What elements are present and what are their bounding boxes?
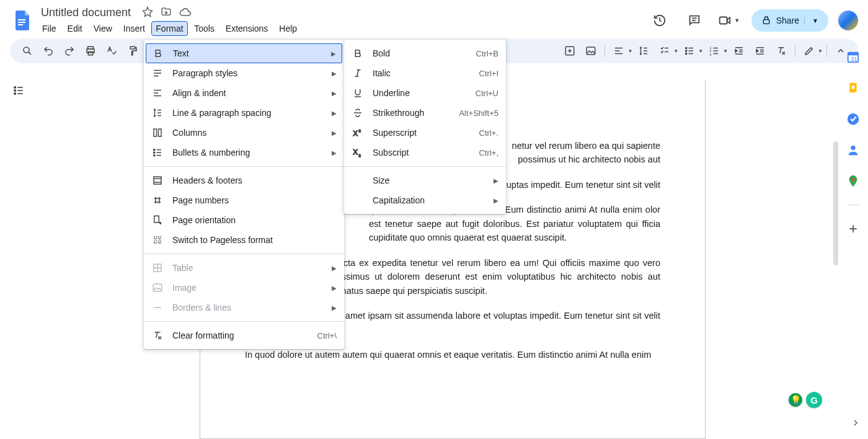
borders-icon	[151, 301, 164, 314]
decrease-indent-icon[interactable]	[729, 41, 749, 61]
format-item-clear-formatting[interactable]: Clear formattingCtrl+\	[144, 326, 344, 345]
svg-text:3: 3	[710, 53, 712, 56]
menu-item-label: Switch to Pageless format	[172, 235, 337, 245]
text-item-italic[interactable]: ItalicCtrl+I	[344, 63, 506, 83]
submenu-arrow-icon: ▶	[332, 90, 337, 97]
menu-item-label: Strikethrough	[373, 108, 459, 118]
svg-rect-70	[159, 129, 162, 136]
account-avatar[interactable]	[838, 11, 858, 30]
format-item-image: Image▶	[144, 278, 344, 298]
format-item-switch-to-pageless-format[interactable]: Switch to Pageless format	[144, 230, 344, 250]
comments-icon[interactable]	[682, 8, 707, 33]
clear-format-icon[interactable]	[771, 41, 791, 61]
calendar-app-icon[interactable]: 31	[846, 50, 861, 64]
paint-format-icon[interactable]	[123, 41, 143, 61]
editing-mode-icon[interactable]	[799, 41, 819, 61]
docs-logo-icon[interactable]	[10, 8, 35, 33]
format-item-borders-lines: Borders & lines▶	[144, 298, 344, 317]
bullets-icon	[151, 146, 164, 159]
text-item-size[interactable]: Size▶	[344, 171, 506, 190]
svg-rect-84	[154, 216, 159, 223]
menu-format[interactable]: Format	[151, 21, 188, 36]
redo-icon[interactable]	[60, 41, 79, 61]
format-item-page-orientation[interactable]: Page orientation	[144, 210, 344, 230]
menu-shortcut: Alt+Shift+5	[459, 109, 498, 118]
tasks-app-icon[interactable]	[846, 112, 861, 126]
svg-rect-0	[18, 19, 25, 20]
menu-extensions[interactable]: Extensions	[221, 21, 273, 36]
menu-edit[interactable]: Edit	[63, 21, 87, 36]
increase-indent-icon[interactable]	[750, 41, 770, 61]
paragraph-icon	[151, 67, 164, 79]
share-caret-icon[interactable]: ▼	[804, 17, 818, 24]
format-item-text[interactable]: Text▶	[146, 43, 342, 63]
svg-point-48	[14, 93, 16, 95]
menu-shortcut: Ctrl+,	[479, 148, 498, 157]
menu-item-label: Columns	[172, 128, 327, 138]
menu-file[interactable]: File	[37, 21, 61, 36]
submenu-arrow-icon: ▶	[332, 130, 337, 136]
format-item-page-numbers[interactable]: Page numbers	[144, 190, 344, 210]
share-button[interactable]: Share ▼	[751, 9, 828, 32]
text-item-strikethrough[interactable]: StrikethroughAlt+Shift+5	[344, 103, 506, 123]
insert-link-icon[interactable]	[581, 41, 601, 61]
contacts-app-icon[interactable]	[846, 143, 861, 157]
text-item-bold[interactable]: BoldCtrl+B	[344, 43, 506, 63]
paragraph[interactable]: netur vel rerum libero ea qui sapiente p…	[505, 139, 660, 167]
move-icon[interactable]	[161, 6, 172, 19]
print-icon[interactable]	[81, 41, 100, 61]
format-item-columns[interactable]: Columns▶	[144, 123, 344, 143]
image-icon	[151, 282, 164, 294]
format-item-bullets-numbering[interactable]: Bullets & numbering▶	[144, 143, 344, 162]
menubar: File Edit View Insert Format Tools Exten…	[37, 21, 647, 36]
cloud-status-icon[interactable]	[179, 6, 192, 19]
spellcheck-icon[interactable]	[102, 41, 122, 61]
text-item-subscript[interactable]: X2SubscriptCtrl+,	[344, 143, 506, 162]
star-icon[interactable]	[142, 6, 153, 19]
menu-item-label: Bold	[373, 48, 476, 58]
explore-icon[interactable]: 💡	[789, 393, 802, 407]
show-outline-icon[interactable]	[9, 81, 29, 100]
strike-icon	[352, 107, 364, 119]
menu-item-label: Size	[373, 175, 489, 185]
svg-point-25	[686, 50, 687, 51]
scrollbar-thumb[interactable]	[833, 141, 838, 265]
undo-icon[interactable]	[38, 41, 58, 61]
line-spacing-icon[interactable]	[634, 41, 653, 61]
align-icon[interactable]	[609, 41, 629, 61]
menu-view[interactable]: View	[89, 21, 117, 36]
svg-text:X: X	[353, 130, 358, 137]
paragraph[interactable]: In quod dolore ut autem autem qui quaera…	[245, 348, 660, 361]
text-item-underline[interactable]: UnderlineCtrl+U	[344, 83, 506, 103]
meet-button[interactable]: ▼	[717, 8, 742, 33]
format-item-line-paragraph-spacing[interactable]: Line & paragraph spacing▶	[144, 103, 344, 123]
history-icon[interactable]	[647, 8, 672, 33]
format-item-paragraph-styles[interactable]: Paragraph styles▶	[144, 63, 344, 83]
svg-rect-5	[720, 17, 727, 24]
bulleted-list-icon[interactable]	[680, 41, 699, 61]
svg-point-26	[686, 53, 687, 54]
text-item-capitalization[interactable]: Capitalization▶	[344, 190, 506, 210]
document-title[interactable]: Untitled document	[37, 5, 135, 20]
get-addons-icon[interactable]	[846, 221, 861, 236]
svg-point-72	[154, 152, 155, 153]
italic-icon	[352, 67, 364, 79]
insert-image-icon[interactable]	[560, 41, 580, 61]
menu-help[interactable]: Help	[274, 21, 302, 36]
text-item-superscript[interactable]: X2SuperscriptCtrl+.	[344, 123, 506, 143]
checklist-icon[interactable]	[655, 41, 675, 61]
menu-tools[interactable]: Tools	[189, 21, 219, 36]
headers-icon	[151, 174, 164, 187]
numbered-list-icon[interactable]: 123	[704, 41, 724, 61]
menu-insert[interactable]: Insert	[118, 21, 150, 36]
hide-side-panel-icon[interactable]	[851, 418, 861, 428]
search-menus-icon[interactable]	[17, 41, 37, 61]
menu-shortcut: Ctrl+B	[476, 49, 498, 58]
maps-app-icon[interactable]	[846, 174, 861, 188]
grammarly-icon[interactable]: G	[806, 392, 822, 408]
menu-item-label: Underline	[373, 88, 476, 98]
svg-text:31: 31	[851, 56, 857, 62]
keep-app-icon[interactable]	[846, 81, 861, 95]
format-item-align-indent[interactable]: Align & indent▶	[144, 83, 344, 103]
format-item-headers-footers[interactable]: Headers & footers	[144, 171, 344, 190]
